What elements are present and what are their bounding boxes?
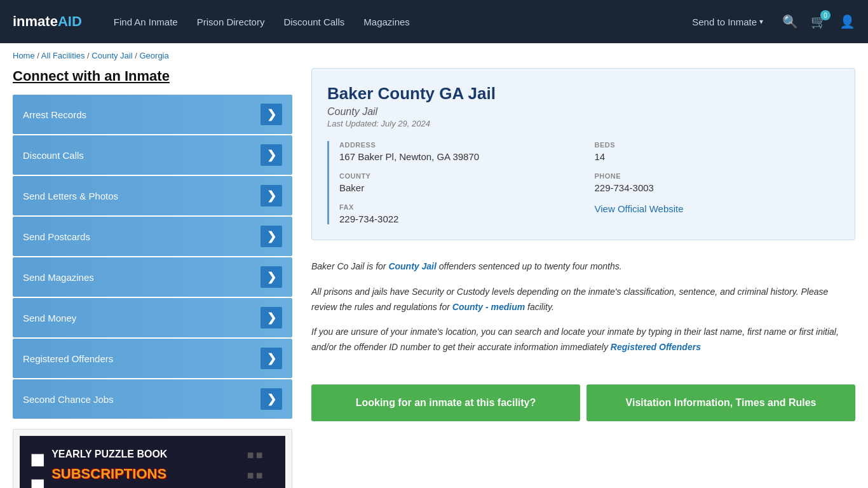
breadcrumb: Home / All Facilities / County Jail / Ge… [0, 43, 868, 68]
sidebar-item-label: Send Money [23, 313, 76, 323]
website-section: View Official Website [595, 203, 840, 224]
looking-for-inmate-button[interactable]: Looking for an inmate at this facility? [311, 384, 580, 421]
beds-value: 14 [595, 151, 840, 162]
sidebar-arrow-icon: ❯ [261, 104, 282, 125]
sidebar-item-arrest-records[interactable]: Arrest Records ❯ [13, 95, 292, 134]
ad-subtitle: STARTING AT $19.95 [51, 485, 241, 488]
beds-section: BEDS 14 [595, 141, 840, 162]
desc-paragraph-3: If you are unsure of your inmate's locat… [311, 325, 855, 355]
main-nav: Find An Inmate Prison Directory Discount… [114, 17, 673, 27]
county-medium-link[interactable]: County - medium [452, 302, 525, 312]
sidebar-item-send-magazines[interactable]: Send Magazines ❯ [13, 257, 292, 297]
county-label: COUNTY [339, 172, 585, 180]
site-header: inmateAID Find An Inmate Prison Director… [0, 0, 868, 43]
facility-description: Baker Co Jail is for County Jail offende… [311, 253, 855, 372]
sidebar-item-label: Second Chance Jobs [23, 394, 114, 405]
sidebar-item-send-money[interactable]: Send Money ❯ [13, 298, 292, 337]
sidebar-arrow-icon: ❯ [261, 144, 282, 166]
ad-title2: SUBSCRIPTIONS [51, 463, 241, 485]
account-icon[interactable]: 👤 [839, 14, 855, 29]
sidebar-menu: Arrest Records ❯ Discount Calls ❯ Send L… [13, 95, 292, 419]
sidebar-item-label: Registered Offenders [23, 353, 113, 364]
main-content: Baker County GA Jail County Jail Last Up… [311, 68, 855, 488]
fax-label: FAX [339, 203, 585, 211]
sidebar-arrow-icon: ❯ [261, 185, 282, 207]
address-section: ADDRESS 167 Baker Pl, Newton, GA 39870 [339, 141, 585, 162]
sidebar-item-label: Send Magazines [23, 272, 94, 283]
nav-discount-calls[interactable]: Discount Calls [283, 17, 344, 27]
sidebar-arrow-icon: ❯ [261, 226, 282, 247]
view-official-website-link[interactable]: View Official Website [595, 203, 684, 214]
breadcrumb-state[interactable]: Georgia [139, 51, 168, 60]
fax-section: FAX 229-734-3022 [339, 203, 585, 224]
county-section: COUNTY Baker [339, 172, 585, 193]
ad-title1: YEARLY PUZZLE BOOK [51, 446, 241, 463]
sidebar-arrow-icon: ❯ [261, 307, 282, 329]
sidebar-item-label: Arrest Records [23, 109, 86, 120]
sidebar-item-send-letters[interactable]: Send Letters & Photos ❯ [13, 176, 292, 215]
phone-label: PHONE [595, 172, 840, 180]
address-value: 167 Baker Pl, Newton, GA 39870 [339, 151, 585, 162]
nav-prison-directory[interactable]: Prison Directory [197, 17, 265, 27]
logo[interactable]: inmateAID [13, 13, 82, 30]
sidebar-arrow-icon: ❯ [261, 348, 282, 369]
sidebar-arrow-icon: ❯ [261, 388, 282, 410]
county-value: Baker [339, 182, 585, 193]
send-to-inmate-menu[interactable]: Send to Inmate [692, 17, 763, 27]
phone-value: 229-734-3003 [595, 182, 840, 193]
sidebar: Connect with an Inmate Arrest Records ❯ … [13, 68, 292, 488]
sidebar-arrow-icon: ❯ [261, 266, 282, 288]
sidebar-item-label: Send Letters & Photos [23, 191, 118, 201]
nav-find-inmate[interactable]: Find An Inmate [114, 17, 178, 27]
desc1-before: Baker Co Jail is for [311, 261, 388, 271]
nav-magazines[interactable]: Magazines [363, 17, 410, 27]
main-container: Connect with an Inmate Arrest Records ❯ … [0, 68, 868, 488]
facility-details: ADDRESS 167 Baker Pl, Newton, GA 39870 B… [327, 141, 839, 224]
sidebar-item-discount-calls[interactable]: Discount Calls ❯ [13, 135, 292, 175]
fax-value: 229-734-3022 [339, 214, 585, 224]
address-label: ADDRESS [339, 141, 585, 149]
breadcrumb-all-facilities[interactable]: All Facilities [41, 51, 85, 60]
facility-card: Baker County GA Jail County Jail Last Up… [311, 68, 855, 240]
desc2-text: All prisons and jails have Security or C… [311, 287, 828, 312]
sidebar-item-label: Discount Calls [23, 150, 84, 161]
desc-paragraph-2: All prisons and jails have Security or C… [311, 285, 855, 315]
beds-label: BEDS [595, 141, 840, 149]
sidebar-item-label: Send Postcards [23, 231, 90, 242]
sidebar-ad[interactable]: ■■■ YEARLY PUZZLE BOOK SUBSCRIPTIONS STA… [13, 429, 292, 488]
logo-text-aid: AID [58, 13, 82, 29]
search-icon[interactable]: 🔍 [782, 14, 798, 29]
county-jail-link[interactable]: County Jail [388, 261, 436, 271]
sidebar-title: Connect with an Inmate [13, 68, 292, 85]
registered-offenders-link[interactable]: Registered Offenders [611, 342, 701, 352]
phone-section: PHONE 229-734-3003 [595, 172, 840, 193]
logo-text-inmate: inmate [13, 13, 58, 29]
sidebar-item-second-chance-jobs[interactable]: Second Chance Jobs ❯ [13, 379, 292, 419]
facility-type: County Jail [327, 106, 839, 118]
cart-icon[interactable]: 🛒 0 [811, 14, 827, 29]
breadcrumb-county-jail[interactable]: County Jail [92, 51, 132, 60]
desc-paragraph-1: Baker Co Jail is for County Jail offende… [311, 259, 855, 274]
bottom-buttons: Looking for an inmate at this facility? … [311, 384, 855, 421]
facility-last-updated: Last Updated: July 29, 2024 [327, 119, 839, 128]
header-icons: 🔍 🛒 0 👤 [782, 14, 855, 29]
cart-badge: 0 [820, 10, 831, 20]
desc3-before: If you are unsure of your inmate's locat… [311, 327, 839, 352]
desc1-after: offenders sentenced up to twenty four mo… [437, 261, 622, 271]
sidebar-item-registered-offenders[interactable]: Registered Offenders ❯ [13, 339, 292, 378]
sidebar-item-send-postcards[interactable]: Send Postcards ❯ [13, 217, 292, 256]
visitation-information-button[interactable]: Visitation Information, Times and Rules [587, 384, 855, 421]
desc2-after: facility. [525, 302, 554, 312]
breadcrumb-home[interactable]: Home [13, 51, 35, 60]
facility-name: Baker County GA Jail [327, 84, 839, 104]
